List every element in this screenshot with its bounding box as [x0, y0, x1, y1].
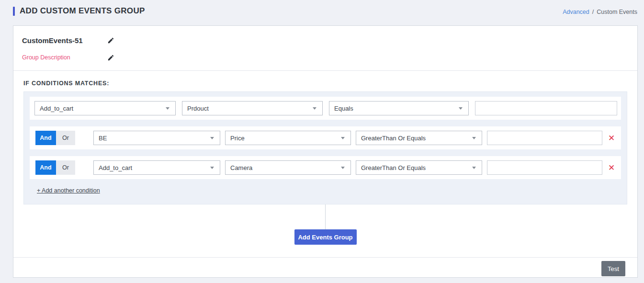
group-header: CustomEvents-51 Group Description [13, 26, 637, 62]
and-button[interactable]: And [35, 131, 56, 145]
title-wrap: ADD CUSTOM EVENTS GROUP [13, 6, 145, 16]
operator-select-value: GreaterThan Or Equals [361, 164, 426, 171]
add-events-group-button[interactable]: Add Events Group [294, 229, 357, 245]
group-name-row: CustomEvents-51 [22, 35, 637, 45]
group-description-label[interactable]: Group Description [22, 54, 107, 61]
title-accent-bar [13, 7, 15, 16]
events-group-card: CustomEvents-51 Group Description IF CON… [13, 25, 638, 278]
event-select-value: BE [99, 135, 107, 142]
edit-group-description-button[interactable] [107, 54, 114, 61]
and-button[interactable]: And [35, 160, 56, 175]
condition-row: And Or BE Price GreaterThan Or Equals ✕ [30, 126, 621, 149]
caret-down-icon [341, 137, 345, 139]
condition-row: Add_to_cart Prdouct Equals [30, 97, 621, 120]
attribute-select-value: Prdouct [187, 105, 209, 112]
operator-select[interactable]: GreaterThan Or Equals [356, 131, 482, 145]
caret-down-icon [210, 167, 214, 169]
breadcrumb-current: Custom Events [597, 9, 637, 15]
page-title: ADD CUSTOM EVENTS GROUP [20, 6, 145, 16]
x-icon: ✕ [608, 163, 615, 172]
breadcrumb: Advanced/Custom Events [563, 9, 637, 15]
remove-condition-button[interactable]: ✕ [608, 134, 615, 142]
conditions-section: IF CONDITIONS MATCHES: Add_to_cart Prdou… [13, 71, 637, 204]
add-group-row: Add Events Group [13, 229, 637, 245]
conditions-heading: IF CONDITIONS MATCHES: [23, 80, 627, 87]
event-select[interactable]: Add_to_cart [34, 101, 176, 115]
event-select-value: Add_to_cart [40, 105, 73, 112]
operator-select[interactable]: Equals [329, 101, 469, 115]
operator-select-value: Equals [334, 105, 353, 112]
pencil-icon [107, 37, 114, 44]
value-input[interactable] [487, 160, 602, 175]
or-button[interactable]: Or [56, 160, 75, 175]
top-header: ADD CUSTOM EVENTS GROUP Advanced/Custom … [0, 0, 644, 22]
or-button[interactable]: Or [56, 131, 75, 145]
group-name: CustomEvents-51 [22, 36, 107, 45]
attribute-select[interactable]: Prdouct [182, 101, 323, 115]
edit-group-name-button[interactable] [107, 37, 114, 44]
operator-select-value: GreaterThan Or Equals [361, 135, 426, 142]
card-footer: Test [13, 258, 637, 280]
condition-row: And Or Add_to_cart Camera GreaterThan Or… [30, 156, 621, 179]
conditions-box: Add_to_cart Prdouct Equals And Or [23, 91, 627, 204]
caret-down-icon [341, 167, 345, 169]
breadcrumb-separator: / [592, 9, 594, 15]
event-select[interactable]: BE [93, 131, 220, 145]
caret-down-icon [166, 107, 169, 110]
caret-down-icon [459, 107, 463, 110]
pencil-icon [107, 54, 114, 61]
caret-down-icon [313, 107, 316, 110]
attribute-select-value: Price [230, 135, 245, 142]
attribute-select-value: Camera [230, 164, 252, 171]
caret-down-icon [472, 167, 476, 169]
caret-down-icon [210, 137, 214, 139]
logic-toggle: And Or [35, 160, 75, 175]
connector-line [325, 204, 326, 229]
event-select[interactable]: Add_to_cart [93, 160, 220, 175]
event-select-value: Add_to_cart [99, 164, 132, 171]
value-input[interactable] [475, 101, 617, 115]
attribute-select[interactable]: Camera [225, 160, 351, 175]
breadcrumb-link-advanced[interactable]: Advanced [563, 9, 589, 15]
operator-select[interactable]: GreaterThan Or Equals [356, 160, 482, 175]
test-button[interactable]: Test [601, 261, 625, 276]
caret-down-icon [472, 137, 476, 139]
attribute-select[interactable]: Price [225, 131, 351, 145]
value-input[interactable] [487, 131, 602, 145]
group-description-row: Group Description [22, 53, 637, 62]
remove-condition-button[interactable]: ✕ [608, 164, 615, 172]
add-another-condition-link[interactable]: + Add another condition [37, 187, 100, 194]
x-icon: ✕ [608, 134, 615, 143]
logic-toggle: And Or [35, 131, 75, 145]
